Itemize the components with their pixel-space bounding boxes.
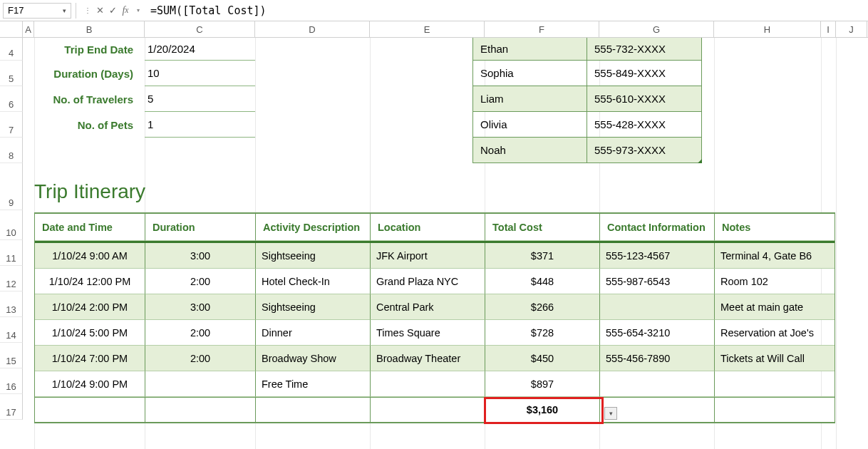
itinerary-cell[interactable]: Free Time [256, 371, 371, 397]
col-location[interactable]: Location [371, 214, 485, 241]
itinerary-cell[interactable]: Tickets at Will Call [715, 346, 835, 371]
value-duration-days[interactable]: 10 [145, 61, 255, 86]
itinerary-cell[interactable]: 1/10/24 2:00 PM [35, 294, 145, 320]
col-header-G[interactable]: G [599, 21, 714, 37]
col-total-cost[interactable]: Total Cost [485, 214, 600, 241]
col-activity[interactable]: Activity Description [256, 214, 371, 241]
emergency-name[interactable]: Liam [472, 86, 587, 112]
itinerary-cell[interactable]: 555-456-7890 [600, 346, 715, 371]
itinerary-cell[interactable]: $266 [485, 294, 600, 320]
col-header-F[interactable]: F [485, 21, 599, 37]
itinerary-cell[interactable]: Terminal 4, Gate B6 [715, 243, 835, 269]
emergency-phone[interactable]: 555-610-XXXX [587, 86, 702, 112]
itinerary-cell[interactable] [715, 371, 835, 397]
itinerary-cell[interactable]: 3:00 [145, 294, 256, 320]
emergency-name[interactable]: Noah [472, 138, 587, 163]
itinerary-cell[interactable]: Grand Plaza NYC [371, 269, 485, 294]
itinerary-cell[interactable] [600, 294, 715, 320]
itinerary-cell[interactable]: 1/10/24 12:00 PM [35, 269, 145, 294]
itinerary-cell[interactable]: Sightseeing [256, 243, 371, 269]
confirm-icon[interactable]: ✓ [106, 5, 119, 16]
select-all-corner[interactable] [0, 21, 23, 37]
itinerary-cell[interactable]: 2:00 [145, 269, 256, 294]
fx-icon[interactable]: fx [119, 5, 132, 16]
row-header-7[interactable]: 7 [0, 112, 23, 138]
emergency-phone[interactable]: 555-428-XXXX [587, 112, 702, 138]
options-icon[interactable]: ⋮ [81, 6, 93, 14]
row-header-5[interactable]: 5 [0, 61, 23, 86]
itinerary-cell[interactable]: 3:00 [145, 243, 256, 269]
row-header-17[interactable]: 17 [0, 394, 23, 420]
itinerary-cell[interactable] [145, 371, 256, 397]
itinerary-cell[interactable]: 1/10/24 5:00 PM [35, 320, 145, 346]
itinerary-cell[interactable] [600, 371, 715, 397]
col-header-H[interactable]: H [714, 21, 821, 37]
col-date-time[interactable]: Date and Time [35, 214, 145, 241]
itinerary-cell[interactable]: 1/10/24 7:00 PM [35, 346, 145, 371]
itinerary-cell[interactable] [35, 398, 145, 423]
emergency-phone[interactable]: 555-973-XXXX [587, 138, 702, 163]
itinerary-cell[interactable]: Broadway Theater [371, 346, 485, 371]
value-travelers[interactable]: 5 [145, 86, 255, 112]
itinerary-cell[interactable]: 2:00 [145, 346, 256, 371]
col-header-B[interactable]: B [34, 21, 145, 37]
row-header-14[interactable]: 14 [0, 317, 23, 343]
emergency-name[interactable]: Olivia [472, 112, 587, 138]
row-header-6[interactable]: 6 [0, 86, 23, 112]
row-header-12[interactable]: 12 [0, 266, 23, 291]
total-cost-cell[interactable]: $3,160 [485, 398, 600, 423]
col-header-I[interactable]: I [821, 21, 836, 37]
itinerary-cell[interactable]: 555-654-3210 [600, 320, 715, 346]
sheet-content[interactable]: Trip End Date 1/20/2024 Duration (Days) … [23, 38, 868, 449]
emergency-name[interactable]: Ethan [472, 38, 587, 61]
itinerary-cell[interactable]: 1/10/24 9:00 AM [35, 243, 145, 269]
value-pets[interactable]: 1 [145, 112, 255, 138]
row-header-13[interactable]: 13 [0, 291, 23, 317]
itinerary-cell[interactable]: $371 [485, 243, 600, 269]
row-header-16[interactable]: 16 [0, 368, 23, 394]
itinerary-cell[interactable]: $897 [485, 371, 600, 397]
itinerary-cell[interactable] [145, 398, 256, 423]
emergency-name[interactable]: Sophia [472, 61, 587, 86]
col-duration[interactable]: Duration [145, 214, 256, 241]
cancel-icon[interactable]: ✕ [93, 5, 106, 16]
name-box[interactable]: F17 ▾ [3, 3, 71, 19]
itinerary-cell[interactable] [715, 398, 835, 423]
itinerary-cell[interactable]: 555-123-4567 [600, 243, 715, 269]
col-header-E[interactable]: E [370, 21, 485, 37]
itinerary-cell[interactable] [600, 398, 715, 423]
itinerary-cell[interactable]: $448 [485, 269, 600, 294]
itinerary-cell[interactable]: 2:00 [145, 320, 256, 346]
itinerary-cell[interactable]: Hotel Check-In [256, 269, 371, 294]
emergency-phone[interactable]: 555-849-XXXX [587, 61, 702, 86]
itinerary-cell[interactable]: $450 [485, 346, 600, 371]
table-resize-handle-icon[interactable] [698, 159, 702, 163]
row-header-10[interactable]: 10 [0, 210, 23, 240]
row-header-4[interactable]: 4 [0, 38, 23, 61]
itinerary-cell[interactable]: 555-987-6543 [600, 269, 715, 294]
col-contact[interactable]: Contact Information [600, 214, 715, 241]
itinerary-cell[interactable]: Reservation at Joe's [715, 320, 835, 346]
chevron-down-icon[interactable]: ▾ [63, 7, 66, 14]
itinerary-cell[interactable] [256, 398, 371, 423]
col-header-D[interactable]: D [255, 21, 370, 37]
col-header-A[interactable]: A [23, 21, 34, 37]
row-header-15[interactable]: 15 [0, 343, 23, 368]
itinerary-cell[interactable]: 1/10/24 9:00 PM [35, 371, 145, 397]
itinerary-cell[interactable]: Broadway Show [256, 346, 371, 371]
itinerary-cell[interactable]: $728 [485, 320, 600, 346]
row-header-11[interactable]: 11 [0, 240, 23, 266]
itinerary-cell[interactable] [371, 398, 485, 423]
itinerary-cell[interactable] [371, 371, 485, 397]
itinerary-cell[interactable]: Dinner [256, 320, 371, 346]
itinerary-cell[interactable]: Times Square [371, 320, 485, 346]
itinerary-cell[interactable]: Sightseeing [256, 294, 371, 320]
col-notes[interactable]: Notes [715, 214, 835, 241]
itinerary-cell[interactable]: Meet at main gate [715, 294, 835, 320]
itinerary-cell[interactable]: Central Park [371, 294, 485, 320]
value-trip-end-date[interactable]: 1/20/2024 [145, 38, 255, 61]
col-header-J[interactable]: J [836, 21, 867, 37]
col-header-C[interactable]: C [145, 21, 255, 37]
chevron-down-icon[interactable]: ▾ [132, 7, 145, 14]
itinerary-cell[interactable]: Room 102 [715, 269, 835, 294]
